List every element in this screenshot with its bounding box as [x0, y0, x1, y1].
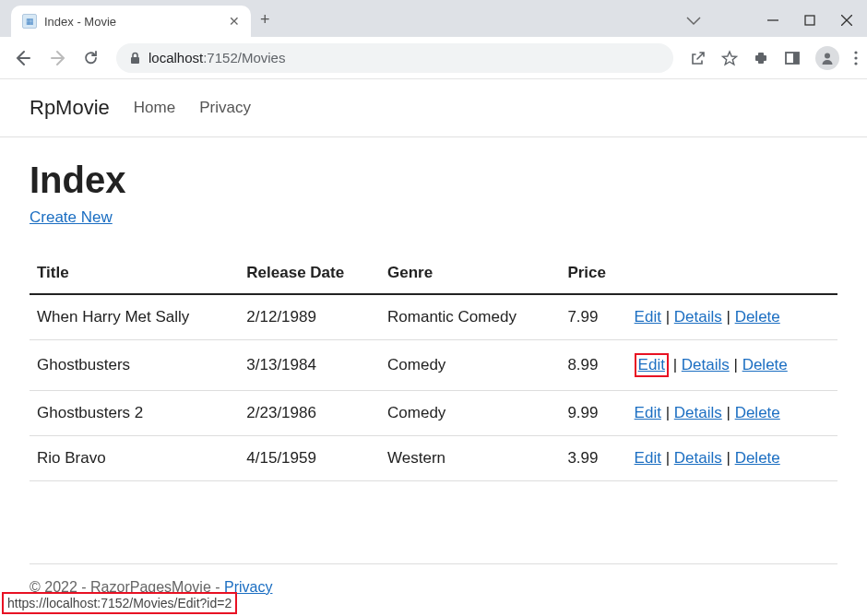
- profile-avatar[interactable]: [815, 46, 839, 70]
- highlighted-edit: Edit: [635, 353, 669, 377]
- bookmark-icon[interactable]: [721, 50, 738, 66]
- details-link[interactable]: Details: [674, 449, 722, 467]
- table-row: When Harry Met Sally2/12/1989Romantic Co…: [30, 294, 837, 340]
- tab-title: Index - Movie: [44, 15, 221, 29]
- url-text: localhost:7152/Movies: [148, 50, 285, 65]
- cell-genre: Romantic Comedy: [380, 294, 560, 340]
- nav-privacy-link[interactable]: Privacy: [199, 99, 251, 117]
- tab-close-icon[interactable]: ✕: [229, 14, 240, 29]
- forward-button[interactable]: [46, 45, 72, 71]
- cell-price: 9.99: [560, 391, 626, 436]
- page-footer: © 2022 - RazorPagesMovie - Privacy: [30, 563, 837, 596]
- cell-price: 7.99: [560, 294, 626, 340]
- cell-title: Ghostbusters 2: [30, 391, 239, 436]
- minimize-button[interactable]: [767, 15, 778, 26]
- side-panel-icon[interactable]: [784, 50, 801, 66]
- edit-link[interactable]: Edit: [635, 308, 661, 326]
- create-new-link[interactable]: Create New: [30, 208, 113, 226]
- table-row: Rio Bravo4/15/1959Western3.99Edit | Deta…: [30, 436, 837, 481]
- edit-link[interactable]: Edit: [635, 404, 661, 421]
- delete-link[interactable]: Delete: [742, 356, 788, 373]
- separator: |: [730, 356, 742, 373]
- cell-release_date: 4/15/1959: [239, 436, 380, 481]
- tab-strip: ▦ Index - Movie ✕ +: [0, 0, 867, 37]
- share-icon[interactable]: [690, 50, 707, 66]
- cell-release_date: 2/12/1989: [239, 294, 380, 340]
- th-price: Price: [560, 253, 626, 294]
- back-button[interactable]: [9, 45, 35, 71]
- th-actions: [627, 253, 837, 294]
- separator: |: [722, 449, 735, 467]
- cell-actions: Edit | Details | Delete: [627, 391, 837, 436]
- details-link[interactable]: Details: [674, 308, 722, 326]
- delete-link[interactable]: Delete: [735, 449, 780, 467]
- separator: |: [722, 308, 735, 326]
- url-bar: localhost:7152/Movies: [0, 37, 867, 79]
- edit-link[interactable]: Edit: [638, 356, 665, 373]
- cell-title: When Harry Met Sally: [30, 294, 239, 340]
- separator: |: [661, 308, 674, 326]
- cell-genre: Comedy: [380, 340, 560, 391]
- separator: |: [722, 404, 735, 421]
- close-window-button[interactable]: [841, 15, 852, 26]
- svg-point-7: [825, 53, 830, 58]
- page-content: Index Create New Title Release Date Genr…: [0, 137, 867, 503]
- cell-actions: Edit | Details | Delete: [627, 340, 837, 391]
- cell-genre: Western: [380, 436, 560, 481]
- menu-icon[interactable]: [854, 51, 858, 65]
- th-genre: Genre: [380, 253, 560, 294]
- edit-link[interactable]: Edit: [635, 449, 661, 467]
- cell-title: Rio Bravo: [30, 436, 239, 481]
- th-release-date: Release Date: [239, 253, 380, 294]
- chevron-down-icon[interactable]: [686, 17, 701, 26]
- nav-home-link[interactable]: Home: [134, 99, 175, 117]
- lock-icon: [129, 52, 141, 65]
- cell-price: 8.99: [560, 340, 626, 391]
- delete-link[interactable]: Delete: [735, 404, 780, 421]
- extensions-icon[interactable]: [753, 50, 769, 66]
- svg-point-10: [854, 62, 857, 65]
- table-row: Ghostbusters3/13/1984Comedy8.99Edit | De…: [30, 340, 837, 391]
- svg-rect-1: [805, 16, 814, 25]
- svg-point-8: [854, 51, 857, 53]
- svg-point-9: [854, 56, 857, 59]
- tab-favicon-icon: ▦: [22, 14, 37, 29]
- reload-button[interactable]: [83, 50, 100, 66]
- delete-link[interactable]: Delete: [735, 308, 780, 326]
- cell-genre: Comedy: [380, 391, 560, 436]
- brand-link[interactable]: RpMovie: [30, 96, 110, 120]
- svg-rect-6: [793, 53, 799, 64]
- details-link[interactable]: Details: [674, 404, 722, 421]
- table-row: Ghostbusters 22/23/1986Comedy9.99Edit | …: [30, 391, 837, 436]
- details-link[interactable]: Details: [682, 356, 730, 373]
- cell-price: 3.99: [560, 436, 626, 481]
- separator: |: [669, 356, 682, 373]
- status-bar: https://localhost:7152/Movies/Edit?id=2: [2, 592, 237, 614]
- browser-tab[interactable]: ▦ Index - Movie ✕: [11, 6, 251, 37]
- cell-actions: Edit | Details | Delete: [627, 436, 837, 481]
- address-bar[interactable]: localhost:7152/Movies: [116, 43, 673, 73]
- th-title: Title: [30, 253, 239, 294]
- separator: |: [661, 404, 674, 421]
- separator: |: [661, 449, 674, 467]
- page-heading: Index: [30, 160, 837, 201]
- cell-title: Ghostbusters: [30, 340, 239, 391]
- new-tab-button[interactable]: +: [260, 10, 270, 30]
- cell-release_date: 3/13/1984: [239, 340, 380, 391]
- site-navbar: RpMovie Home Privacy: [0, 79, 867, 137]
- cell-actions: Edit | Details | Delete: [627, 294, 837, 340]
- svg-rect-4: [131, 57, 139, 64]
- movies-table: Title Release Date Genre Price When Harr…: [30, 253, 837, 481]
- maximize-button[interactable]: [804, 15, 815, 26]
- cell-release_date: 2/23/1986: [239, 391, 380, 436]
